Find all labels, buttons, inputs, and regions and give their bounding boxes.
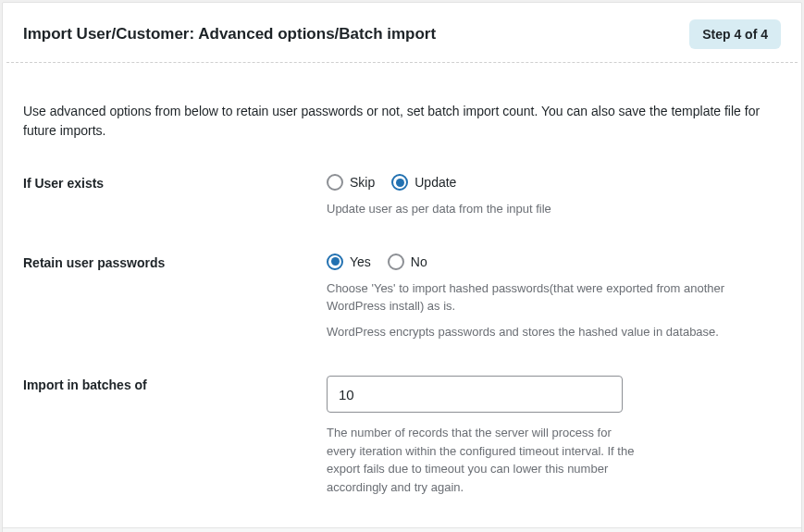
radio-update[interactable]: Update — [391, 174, 456, 191]
radio-skip-label: Skip — [350, 175, 375, 190]
radio-no[interactable]: No — [388, 254, 427, 270]
page-title: Import User/Customer: Advanced options/B… — [23, 25, 436, 43]
radio-dot-icon — [396, 179, 404, 187]
row-user-exists: If User exists Skip Update Update user a… — [23, 174, 781, 218]
help-batch: The number of records that the server wi… — [327, 424, 641, 496]
import-card: Import User/Customer: Advanced options/B… — [2, 2, 802, 532]
radio-circle-icon — [388, 254, 404, 270]
footer: Back Save template Import — [3, 527, 801, 532]
label-user-exists: If User exists — [23, 174, 327, 191]
radio-update-label: Update — [414, 175, 456, 190]
label-batch: Import in batches of — [23, 376, 327, 392]
row-retain-passwords: Retain user passwords Yes No Choose 'Yes… — [23, 254, 781, 341]
form-area: If User exists Skip Update Update user a… — [3, 141, 801, 527]
radio-yes[interactable]: Yes — [327, 254, 371, 270]
help-retain-passwords-2: WordPress encrypts passwords and stores … — [327, 323, 781, 341]
batch-input[interactable] — [327, 376, 623, 413]
control-retain-passwords: Yes No Choose 'Yes' to import hashed pas… — [327, 254, 781, 341]
step-badge: Step 4 of 4 — [689, 19, 781, 49]
radio-circle-checked-icon — [327, 254, 343, 270]
help-user-exists: Update user as per data from the input f… — [327, 200, 781, 218]
intro-text: Use advanced options from below to retai… — [3, 63, 801, 141]
control-batch: The number of records that the server wi… — [327, 376, 781, 496]
radio-group-retain-passwords: Yes No — [327, 254, 781, 270]
radio-dot-icon — [331, 257, 340, 266]
help-retain-passwords-1: Choose 'Yes' to import hashed passwords(… — [327, 279, 781, 315]
control-user-exists: Skip Update Update user as per data from… — [327, 174, 781, 218]
radio-skip[interactable]: Skip — [327, 174, 375, 191]
label-retain-passwords: Retain user passwords — [23, 254, 327, 270]
row-batch: Import in batches of The number of recor… — [23, 376, 781, 496]
radio-no-label: No — [411, 254, 427, 269]
radio-circle-icon — [327, 174, 343, 191]
radio-yes-label: Yes — [350, 254, 371, 269]
card-header: Import User/Customer: Advanced options/B… — [3, 3, 801, 62]
radio-circle-checked-icon — [391, 174, 408, 191]
radio-group-user-exists: Skip Update — [327, 174, 781, 191]
